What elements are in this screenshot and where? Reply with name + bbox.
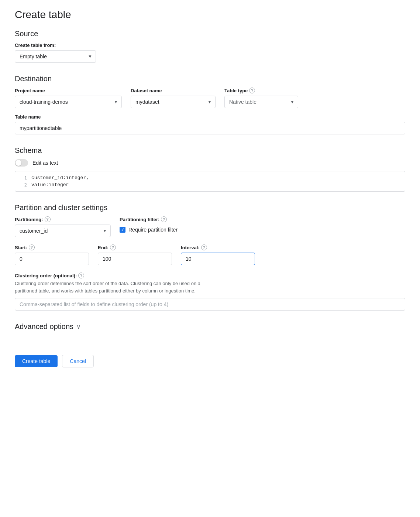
project-select[interactable]: cloud-training-demos [15, 96, 122, 108]
cancel-button[interactable]: Cancel [62, 355, 94, 367]
footer: Create table Cancel [15, 349, 405, 367]
clustering-help-icon[interactable]: ? [78, 273, 84, 278]
clustering-label-text: Clustering order (optional): [15, 273, 77, 278]
footer-divider [15, 343, 405, 343]
start-input[interactable] [15, 253, 89, 265]
table-name-col: Table name [15, 114, 405, 134]
line-number-2: 2 [20, 182, 27, 188]
code-text-1: customer_id:integer, [31, 175, 89, 181]
project-label: Project name [15, 88, 122, 93]
edit-as-text-label: Edit as text [32, 160, 58, 166]
schema-section-title: Schema [15, 146, 405, 155]
table-type-label-row: Table type ? [224, 88, 298, 93]
toggle-knob [16, 160, 21, 166]
partition-filter-col: Partitioning filter: ? ✓ Require partiti… [120, 216, 178, 233]
start-label-row: Start: ? [15, 244, 89, 250]
source-section: Source Create table from: Empty table Go… [15, 30, 405, 63]
edit-as-text-toggle[interactable] [15, 159, 28, 167]
create-from-select-wrapper: Empty table Google Cloud Storage Upload … [15, 50, 96, 63]
dataset-select[interactable]: mydataset [131, 96, 216, 108]
end-label-text: End: [98, 245, 109, 250]
require-filter-checkbox[interactable]: ✓ [120, 227, 125, 233]
checkmark-icon: ✓ [121, 227, 124, 232]
destination-fields-row: Project name cloud-training-demos ▼ Data… [15, 88, 405, 108]
project-col: Project name cloud-training-demos ▼ [15, 88, 122, 108]
end-help-icon[interactable]: ? [110, 244, 116, 250]
table-type-help-icon[interactable]: ? [249, 88, 255, 93]
partitioning-select[interactable]: customer_id None value [15, 225, 111, 237]
partition-section: Partition and cluster settings Partition… [15, 203, 405, 311]
create-from-select[interactable]: Empty table Google Cloud Storage Upload … [15, 50, 96, 63]
create-from-label: Create table from: [15, 42, 405, 48]
partition-section-title: Partition and cluster settings [15, 203, 405, 212]
table-type-label-text: Table type [224, 88, 248, 93]
advanced-options-section: Advanced options ∨ [15, 322, 405, 331]
line-number-1: 1 [20, 175, 27, 181]
partitioning-col: Partitioning: ? customer_id None value ▼ [15, 216, 111, 237]
partition-filter-label-row: Partitioning filter: ? [120, 216, 178, 222]
advanced-options-title: Advanced options [15, 322, 73, 331]
end-label-row: End: ? [98, 244, 172, 250]
table-name-label: Table name [15, 114, 405, 120]
create-table-button[interactable]: Create table [15, 355, 58, 367]
source-section-title: Source [15, 30, 405, 38]
start-label-text: Start: [15, 245, 27, 250]
partition-filter-label-text: Partitioning filter: [120, 217, 159, 222]
destination-section-title: Destination [15, 75, 405, 83]
table-type-col: Table type ? Native table External table… [224, 88, 298, 108]
code-text-2: value:integer [31, 182, 69, 188]
table-type-select[interactable]: Native table External table View [224, 96, 298, 108]
partition-filter-help-icon[interactable]: ? [161, 216, 167, 222]
clustering-desc: Clustering order determines the sort ord… [15, 280, 221, 294]
dataset-col: Dataset name mydataset ▼ [131, 88, 216, 108]
project-select-wrapper: cloud-training-demos ▼ [15, 96, 122, 108]
require-filter-label: Require partition filter [128, 227, 178, 233]
end-input[interactable] [98, 253, 172, 265]
page-title: Create table [15, 9, 405, 21]
schema-section: Schema Edit as text 1 customer_id:intege… [15, 146, 405, 192]
interval-label-text: Interval: [181, 245, 200, 250]
dataset-select-wrapper: mydataset ▼ [131, 96, 216, 108]
table-type-select-wrapper: Native table External table View ▼ [224, 96, 298, 108]
end-col: End: ? [98, 244, 172, 265]
start-col: Start: ? [15, 244, 89, 265]
clustering-input[interactable] [15, 298, 405, 311]
destination-section: Destination Project name cloud-training-… [15, 75, 405, 134]
code-line-2: 2 value:integer [15, 181, 405, 188]
interval-help-icon[interactable]: ? [201, 244, 207, 250]
clustering-label-row: Clustering order (optional): ? [15, 273, 405, 278]
partition-top-row: Partitioning: ? customer_id None value ▼… [15, 216, 405, 237]
partitioning-label: Partitioning: [15, 217, 43, 222]
interval-col: Interval: ? [181, 244, 255, 265]
require-filter-row: ✓ Require partition filter [120, 227, 178, 233]
schema-editor[interactable]: 1 customer_id:integer, 2 value:integer [15, 171, 405, 192]
advanced-options-chevron-icon: ∨ [76, 323, 81, 330]
range-row: Start: ? End: ? Interval: ? [15, 244, 405, 265]
interval-label-row: Interval: ? [181, 244, 255, 250]
partitioning-help-icon[interactable]: ? [45, 216, 51, 222]
advanced-options-header[interactable]: Advanced options ∨ [15, 322, 405, 331]
interval-input[interactable] [181, 253, 255, 265]
table-name-input[interactable] [15, 122, 405, 134]
dataset-label: Dataset name [131, 88, 216, 93]
start-help-icon[interactable]: ? [29, 244, 35, 250]
code-line-1: 1 customer_id:integer, [15, 174, 405, 181]
partitioning-select-wrapper: customer_id None value ▼ [15, 225, 111, 237]
clustering-section: Clustering order (optional): ? Clusterin… [15, 273, 405, 311]
edit-as-text-row: Edit as text [15, 159, 405, 167]
